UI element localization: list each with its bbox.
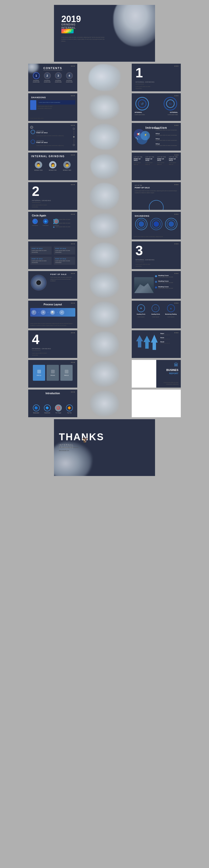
dot — [74, 184, 75, 185]
card-icon-3 — [65, 370, 69, 373]
cloud-blob-4 — [90, 154, 119, 179]
ps-circle-3: 📊 — [50, 310, 55, 315]
dot-row — [71, 66, 75, 67]
ca-text-3: Lorem ipsum dolor sit amet — [53, 226, 75, 228]
hc-sub-3: Lorem ipsum — [167, 316, 175, 317]
stat-sub-1: POINT OF SALE — [134, 158, 143, 161]
heading-dot-1 — [155, 275, 157, 277]
dot — [71, 66, 72, 67]
slide-number-1: 1 INTERNAL GRINDING Lorem ipsum dolor si… — [132, 64, 181, 91]
conc-3 — [165, 218, 177, 230]
dot-row-21 — [71, 362, 75, 363]
ps-arrow-2: → — [47, 311, 49, 313]
card-2: PROUD — [47, 365, 59, 381]
row-4: ○ LIST OF THE POINT OF SALE Lorem ipsum … — [28, 123, 181, 151]
ca-label-1: Lorem ipsum — [31, 225, 39, 226]
number-line-2 — [32, 203, 41, 203]
ig-avatar-2: 👩 — [49, 161, 56, 168]
intro-item-text-1: Lorem ipsum dolor sit amet consectetur — [156, 129, 179, 131]
biz-desc: Lorem ipsum dolor sit amet consectetur a… — [157, 382, 178, 385]
slide-blank-white — [132, 390, 181, 417]
cloud-panel-10 — [79, 330, 130, 358]
number-desc-2: Lorem ipsum dolor sit amet consectetur — [32, 204, 49, 208]
list-items: ○ LIST OF THE POINT OF SALE Lorem ipsum … — [31, 130, 63, 147]
dot-row-13 — [71, 243, 75, 244]
cloud-small — [28, 64, 39, 73]
ig-avatar-3: 👨 — [63, 161, 71, 168]
dot — [72, 332, 73, 333]
dot-row-6 — [175, 125, 178, 126]
heading-dot-2 — [155, 281, 157, 283]
ig-profile-3: 👨 MONKEY RED — [63, 161, 71, 171]
contents-label-2: INTERNALINGROUND — [44, 80, 51, 83]
arrow-desc-2: Resist Lorem ipsum dolor sit — [160, 337, 179, 340]
row-3: SHANDONG Lorem ipsum dolor sit amet cons… — [28, 93, 181, 121]
stat-divider — [134, 165, 179, 165]
ps-arrow-1: → — [37, 311, 40, 313]
pos-item-label-3: POINT OF SALE — [32, 258, 50, 259]
circle-again-title: Circle Again — [32, 214, 46, 217]
dot — [177, 303, 178, 304]
dot — [71, 243, 72, 244]
dot — [74, 125, 75, 126]
row-5: INTERNAL GRINDING 👨 MONKEY RAN 👩 MONKEY … — [28, 153, 181, 180]
process-desc: Lorem ipsum dolor sit amet consectetur a… — [30, 323, 75, 327]
circle-left: ↺ — [135, 97, 149, 111]
logo-text: SLUPWICO — [64, 30, 71, 32]
poi-content: POINT OF SALE Lorem ipsum dolor sit amet… — [50, 274, 75, 282]
dot — [177, 214, 178, 215]
right-connector — [73, 128, 75, 146]
conc-1 — [135, 218, 148, 230]
dot-row-22 — [71, 392, 75, 393]
pos-item-4: POINT OF SALE Lorem ipsum dolor sit amet… — [54, 257, 75, 265]
slide-intro-v2: Introduction 🔵 Manipulate 🔷 Headframe ⭕ … — [28, 390, 77, 417]
stat-col-2: LIST OF THE POINT OF SALE Lorem ipsum do… — [146, 156, 155, 165]
cloud-panel-7 — [79, 241, 130, 269]
dot-row-12 — [175, 214, 178, 215]
ca-icon-1: 🔵 — [32, 219, 38, 224]
card-label-1: PRICLE — [37, 375, 41, 376]
logo-badge: SLUPWICO — [61, 29, 74, 33]
dot-row-4 — [175, 95, 178, 96]
circle-desc1: Lorem ipsum dolor — [135, 114, 145, 115]
concentric-row — [134, 218, 179, 230]
contents-num-1: 1 — [33, 72, 40, 79]
slide-contents: CONTENTS 1 INTERNALINGROUND 2 INTERNALIN… — [28, 64, 77, 91]
list-sub-1: POINT OF SALE — [36, 132, 48, 133]
stat-cols: LIST OF THE POINT OF SALE Lorem ipsum do… — [134, 156, 179, 165]
circle-right: ↻ — [164, 97, 177, 111]
ps-step-4: ✔ — [59, 310, 64, 315]
pos-grid: POINT OF SALE Lorem ipsum dolor sit amet… — [30, 246, 75, 265]
intro-circle-3: ⭕ The Target — [55, 404, 62, 413]
contents-title: CONTENTS — [44, 67, 62, 70]
dot — [175, 125, 175, 126]
dot — [175, 243, 175, 244]
slide-lift-of-the: LIFT OF THE POINT OF SALE Lorem ipsum do… — [132, 182, 181, 210]
slide-ig-team: INTERNAL GRINDING 👨 MONKEY RAN 👩 MONKEY … — [28, 153, 77, 180]
pos-item-value-1: Lorem ipsum dolor sit amet consectetur — [32, 250, 50, 253]
shandong-icon — [30, 100, 36, 110]
ps-arrow-3: → — [56, 311, 58, 313]
stat-col-3: LIST OF THE POINT OF SALE Lorem ipsum do… — [157, 156, 167, 165]
stat-sub-3: POINT OF SALE — [157, 158, 167, 161]
dot — [176, 214, 177, 215]
contents-item-2: 2 INTERNALINGROUND — [44, 72, 51, 83]
arrows-svg — [134, 333, 161, 352]
dot-row-2 — [175, 66, 178, 67]
dot — [71, 155, 72, 155]
contents-label-1: INTERNALINGROUND — [33, 80, 40, 83]
cloud-panel-2 — [79, 93, 130, 121]
slide-pos-grid: POINT OF SALE Lorem ipsum dolor sit amet… — [28, 241, 77, 269]
hc-label-3: Monitoring Padding — [165, 313, 177, 315]
stat-label-3: LIST OF THE — [157, 156, 167, 158]
dot-row-17 — [71, 303, 75, 304]
circle-desc2: Lorem ipsum dolor — [168, 114, 178, 115]
intro-circle-4: 🔶 Top The — [66, 404, 73, 413]
lift-desc: Lorem ipsum dolor sit amet consectetur a… — [135, 190, 178, 194]
thanks-sub1: INTERNAL — [59, 444, 74, 446]
slide-heading-circles: ✦ Heading Circle Lorem ipsum ⬡ Heading C… — [132, 301, 181, 328]
heading-dot-3 — [155, 286, 157, 288]
cloud-blob-9 — [89, 302, 120, 328]
card-label-2: PROUD — [51, 375, 55, 376]
svg-marker-1 — [143, 336, 150, 349]
